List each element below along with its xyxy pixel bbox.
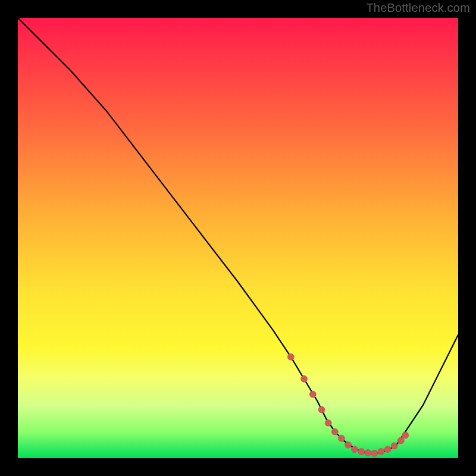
curve-marker: [331, 428, 338, 435]
curve-marker: [358, 448, 365, 455]
curve-marker: [384, 446, 391, 453]
curve-marker: [371, 450, 378, 456]
marker-group: [287, 353, 408, 456]
attribution-label: TheBottleneck.com: [366, 1, 470, 15]
curve-marker: [301, 375, 308, 382]
curve-marker: [318, 406, 325, 413]
curve-marker: [402, 432, 409, 439]
curve-marker: [378, 448, 384, 455]
curve-marker: [365, 450, 371, 456]
curve-marker: [391, 443, 397, 449]
chart-frame: TheBottleneck.com: [0, 0, 476, 476]
curve-marker: [352, 446, 358, 453]
curve-marker: [345, 441, 352, 448]
curve-marker: [287, 353, 294, 360]
curve-marker: [338, 435, 345, 441]
curve-svg: [18, 18, 458, 458]
curve-marker: [397, 437, 404, 444]
bottleneck-curve: [18, 18, 458, 454]
plot-area: [18, 18, 458, 458]
curve-marker: [325, 419, 331, 426]
curve-marker: [309, 391, 316, 397]
